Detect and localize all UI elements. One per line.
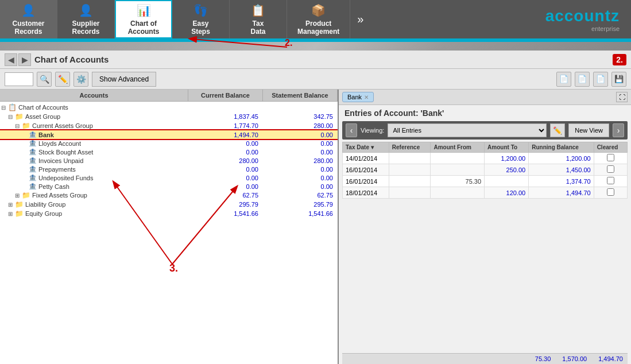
cell-cleared-1[interactable] xyxy=(594,153,627,164)
product-management-icon: 📦 xyxy=(311,3,326,17)
entries-table: Tax Date ▾ Reference Amount From Amount … xyxy=(342,142,628,199)
asset-folder-icon: 📁 xyxy=(15,113,24,121)
cell-ref-4 xyxy=(389,187,431,199)
tree-item-invoices[interactable]: 🏦 Invoices Unpaid 280.00 280.00 xyxy=(0,156,338,165)
tree-item-equity[interactable]: ⊞ 📁 Equity Group 1,541.66 1,541.66 xyxy=(0,209,338,218)
tree-item-liability[interactable]: ⊞ 📁 Liability Group 295.79 295.79 xyxy=(0,200,338,209)
save-button[interactable]: 💾 xyxy=(611,72,626,87)
customer-records-icon: 👤 xyxy=(21,3,36,17)
lloyds-icon: 🏦 xyxy=(29,140,37,147)
tree-item-bank[interactable]: 🏦 Bank 1,494.70 0.00 xyxy=(0,130,338,139)
tree-item-root[interactable]: ⊟ 📋 Chart of Accounts xyxy=(0,103,338,112)
cell-from-3: 75.30 xyxy=(431,176,485,187)
accounts-tree: ⊟ 📋 Chart of Accounts ⊟ 📁 Asset Group 1,… xyxy=(0,102,338,364)
tree-val-current-lloyds: 0.00 xyxy=(188,140,263,147)
entries-nav-left[interactable]: ‹ xyxy=(346,123,357,137)
cell-ref-1 xyxy=(389,153,431,164)
col-running-balance: Running Balance xyxy=(529,142,594,153)
cleared-checkbox-3[interactable] xyxy=(607,177,614,184)
entries-header: Entries of Account: 'Bank' xyxy=(339,105,631,121)
entries-toolbar: ‹ Viewing: All Entries ✏️ New View › xyxy=(342,121,628,140)
tree-label-asset-group: Asset Group xyxy=(25,113,188,120)
nav-easy-steps-label: EasySteps xyxy=(191,20,210,36)
subheader: ◀ ▶ Chart of Accounts 2. xyxy=(0,51,631,69)
expand-panel-button[interactable]: ⛶ xyxy=(616,92,628,102)
expand-equity-icon: ⊞ xyxy=(8,211,14,217)
easy-steps-icon: 👣 xyxy=(193,3,208,17)
entries-header-text: Entries of Account: 'Bank' xyxy=(344,109,444,118)
undeposited-icon: 🏦 xyxy=(29,174,37,181)
tree-val-stmt-undeposited: 0.00 xyxy=(263,175,338,181)
cell-cleared-2[interactable] xyxy=(594,164,627,176)
col-reference: Reference xyxy=(389,142,431,153)
tree-label-root: Chart of Accounts xyxy=(18,104,188,111)
prepayments-icon: 🏦 xyxy=(29,165,37,173)
step2-badge: 2. xyxy=(613,54,626,65)
root-icon: 📋 xyxy=(8,103,17,111)
new-view-button[interactable]: New View xyxy=(568,123,609,137)
tree-item-asset-group[interactable]: ⊟ 📁 Asset Group 1,837.45 342.75 xyxy=(0,112,338,121)
expand-current-assets-icon: ⊟ xyxy=(15,123,21,129)
doc-button-1[interactable]: 📄 xyxy=(556,72,571,87)
cleared-checkbox-4[interactable] xyxy=(607,188,614,196)
tree-val-current-invoices: 280.00 xyxy=(188,157,263,164)
tree-val-stmt-lloyds: 0.00 xyxy=(263,140,338,147)
search-button[interactable]: 🔍 xyxy=(37,72,52,87)
tree-item-undeposited[interactable]: 🏦 Undeposited Funds 0.00 0.00 xyxy=(0,173,338,182)
cell-balance-4: 1,494.70 xyxy=(529,187,594,199)
invoices-icon: 🏦 xyxy=(29,157,37,164)
nav-easy-steps[interactable]: 👣 EasySteps xyxy=(172,0,230,38)
banner xyxy=(0,40,631,51)
footer-total-to: 1,570.00 xyxy=(562,355,587,362)
bank-account-icon: 🏦 xyxy=(29,131,37,138)
tax-data-icon: 📋 xyxy=(251,3,265,17)
tab-bank[interactable]: Bank ✕ xyxy=(342,92,374,102)
tree-item-prepayments[interactable]: 🏦 Prepayments 0.00 0.00 xyxy=(0,165,338,173)
cell-cleared-3[interactable] xyxy=(594,176,627,187)
viewing-select[interactable]: All Entries xyxy=(388,123,547,137)
expand-root-icon: ⊟ xyxy=(1,104,7,111)
tab-close-icon[interactable]: ✕ xyxy=(364,94,369,100)
nav-tax-data[interactable]: 📋 TaxData xyxy=(230,0,287,38)
nav-product-management[interactable]: 📦 ProductManagement xyxy=(287,0,350,38)
entries-edit-button[interactable]: ✏️ xyxy=(550,123,565,137)
tree-label-petty-cash: Petty Cash xyxy=(38,183,188,190)
nav-customer-records[interactable]: 👤 CustomerRecords xyxy=(0,0,57,38)
tree-label-current-assets: Current Assets Group xyxy=(32,122,188,129)
brand-name: accountz xyxy=(545,7,620,25)
cleared-checkbox-2[interactable] xyxy=(607,165,614,173)
cleared-checkbox-1[interactable] xyxy=(607,154,614,161)
doc-button-2[interactable]: 📄 xyxy=(575,72,590,87)
doc-button-3[interactable]: 📄 xyxy=(593,72,608,87)
tree-item-petty-cash[interactable]: 🏦 Petty Cash 0.00 0.00 xyxy=(0,182,338,191)
tree-val-current-bank: 1,494.70 xyxy=(188,131,263,138)
tree-val-stmt-equity: 1,541.66 xyxy=(263,210,338,217)
cell-date-2: 16/01/2014 xyxy=(343,164,389,176)
tree-item-current-assets[interactable]: ⊟ 📁 Current Assets Group 1,774.70 280.00 xyxy=(0,121,338,130)
tab-bank-label: Bank xyxy=(347,94,362,100)
nav-supplier-records[interactable]: 👤 SupplierRecords xyxy=(57,0,115,38)
entries-nav-right[interactable]: › xyxy=(613,123,624,137)
tree-item-stock-bought[interactable]: 🏦 Stock Bought Asset 0.00 0.00 xyxy=(0,148,338,156)
search-input[interactable] xyxy=(5,72,33,86)
tree-item-fixed-assets[interactable]: ⊞ 📁 Fixed Assets Group 62.75 62.75 xyxy=(0,191,338,200)
equity-folder-icon: 📁 xyxy=(15,210,24,218)
edit-button[interactable]: ✏️ xyxy=(55,72,70,87)
settings-button[interactable]: ⚙️ xyxy=(73,72,88,87)
back-button[interactable]: ◀ xyxy=(5,53,17,66)
show-advanced-button[interactable]: Show Advanced xyxy=(92,72,156,87)
cell-to-2: 250.00 xyxy=(485,164,529,176)
entries-table-wrapper: Tax Date ▾ Reference Amount From Amount … xyxy=(342,142,628,353)
cell-to-4: 120.00 xyxy=(485,187,529,199)
tree-val-current-undeposited: 0.00 xyxy=(188,175,263,181)
cell-to-3 xyxy=(485,176,529,187)
tree-val-stmt-bank: 0.00 xyxy=(263,131,338,138)
tree-label-prepayments: Prepayments xyxy=(38,166,188,173)
liability-folder-icon: 📁 xyxy=(15,200,24,208)
nav-chart-of-accounts[interactable]: 📊 Chart ofAccounts xyxy=(115,0,172,38)
cell-cleared-4[interactable] xyxy=(594,187,627,199)
forward-button[interactable]: ▶ xyxy=(18,53,31,66)
nav-more-button[interactable]: » xyxy=(350,0,370,38)
tree-item-lloyds[interactable]: 🏦 Lloyds Account 0.00 0.00 xyxy=(0,139,338,148)
nav-chart-of-accounts-label: Chart ofAccounts xyxy=(128,20,160,36)
